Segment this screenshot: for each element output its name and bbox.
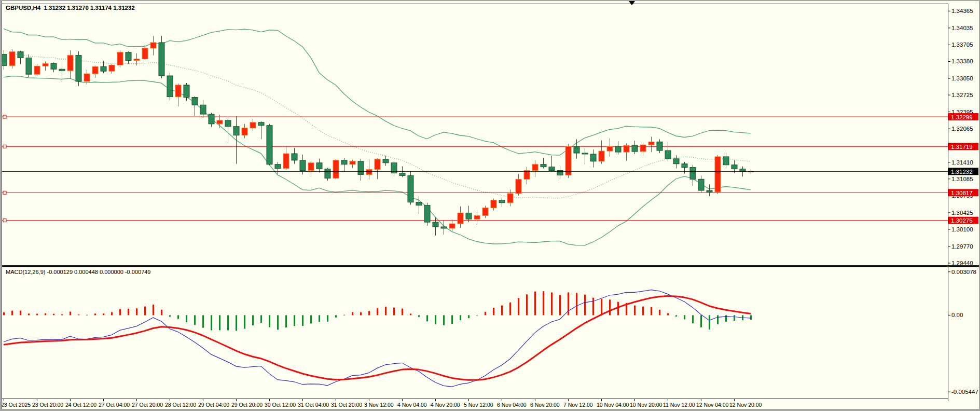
candle-body: [532, 165, 538, 171]
macd-histogram-bar: [377, 308, 378, 316]
time-tick-label: 7 Nov 12:00: [563, 402, 593, 408]
candle-body: [242, 128, 247, 135]
time-tick-label: 24 Oct 12:00: [65, 402, 96, 408]
candle-body: [507, 194, 513, 203]
candle-body: [582, 153, 588, 154]
macd-histogram-bar: [202, 315, 204, 327]
macd-histogram-bar: [451, 315, 453, 324]
chart-background: [0, 0, 980, 411]
macd-histogram-bar: [634, 306, 636, 316]
macd-histogram-bar: [360, 312, 362, 316]
panel-separator-bottom[interactable]: [0, 266, 980, 267]
macd-histogram-bar: [659, 310, 660, 316]
candle-body: [408, 175, 413, 202]
level-line-handle[interactable]: [3, 191, 6, 194]
macd-histogram-bar: [36, 314, 38, 316]
macd-histogram-bar: [460, 315, 461, 320]
candle-body: [458, 213, 463, 224]
macd-histogram-bar: [368, 311, 370, 315]
candle-body: [209, 114, 214, 124]
candle-body: [184, 85, 189, 98]
time-tick-label: 23 Oct 2025: [1, 402, 31, 408]
level-line-handle[interactable]: [3, 115, 6, 118]
macd-histogram-bar: [128, 309, 129, 316]
macd-histogram-bar: [592, 298, 594, 316]
macd-histogram-bar: [211, 315, 212, 330]
time-tick-label: 5 Nov 12:00: [464, 402, 493, 408]
candle-body: [657, 142, 662, 150]
macd-histogram-bar: [11, 311, 13, 316]
candle-body: [574, 146, 579, 153]
macd-histogram-bar: [78, 314, 79, 315]
candle-body: [599, 151, 604, 161]
candle-body: [648, 142, 654, 145]
candle-body: [150, 43, 156, 48]
candle-body: [217, 120, 223, 124]
candle-body: [258, 122, 264, 126]
macd-histogram-bar: [385, 307, 387, 315]
candle-body: [292, 154, 297, 160]
candle-body: [466, 213, 472, 219]
price-chart[interactable]: 1.343651.340351.337051.333801.330501.327…: [0, 0, 980, 411]
macd-histogram-bar: [277, 315, 279, 330]
level-line-handle[interactable]: [3, 145, 6, 148]
candle-body: [225, 120, 231, 127]
macd-histogram-bar: [418, 315, 420, 317]
panel-separator-top[interactable]: [0, 265, 980, 266]
time-tick-label: 23 Oct 20:00: [32, 402, 63, 408]
candle-body: [59, 69, 65, 71]
macd-histogram-bar: [45, 313, 46, 316]
candle-body: [632, 145, 638, 152]
candle-body: [690, 168, 696, 180]
macd-histogram-bar: [161, 310, 162, 316]
candle-body: [474, 215, 480, 219]
candle-body: [499, 200, 505, 203]
macd-histogram-bar: [617, 302, 619, 315]
macd-histogram-bar: [260, 315, 262, 323]
chart-title: GBPUSD,H4 1.31232 1.31270 1.31174 1.3123…: [6, 5, 135, 11]
macd-histogram-bar: [493, 308, 494, 315]
candle-body: [117, 52, 123, 65]
macd-histogram-bar: [485, 312, 486, 316]
macd-tick-label: -0.005447: [951, 389, 978, 395]
macd-histogram-bar: [61, 314, 63, 316]
candle-body: [590, 154, 596, 161]
macd-histogram-bar: [294, 315, 295, 326]
candle-body: [682, 164, 687, 168]
time-tick-label: 12 Nov 04:00: [696, 402, 729, 408]
candle-body: [565, 146, 571, 175]
candle-body: [516, 179, 521, 194]
macd-histogram-bar: [236, 315, 237, 331]
candle-body: [698, 179, 704, 190]
candle-body: [167, 76, 173, 97]
candle-body: [34, 66, 40, 74]
candle-body: [316, 163, 322, 169]
macd-histogram-bar: [252, 315, 254, 325]
current-price-label: 1.31232: [951, 169, 973, 175]
candle-body: [76, 56, 81, 81]
time-tick-label: 27 Oct 04:00: [99, 402, 130, 408]
candle-body: [383, 159, 389, 163]
macd-histogram-bar: [443, 315, 445, 325]
macd-histogram-bar: [435, 315, 436, 324]
level-line-handle[interactable]: [3, 219, 6, 222]
macd-histogram-bar: [136, 308, 137, 315]
macd-histogram-bar: [28, 313, 30, 315]
macd-histogram-bar: [94, 313, 96, 315]
candle-body: [159, 43, 164, 76]
macd-histogram-bar: [244, 315, 245, 328]
macd-histogram-bar: [410, 313, 411, 315]
macd-histogram-bar: [20, 311, 21, 316]
macd-histogram-bar: [111, 312, 113, 316]
candle-body: [449, 224, 455, 228]
window-top-edge: [0, 0, 980, 1]
time-tick-label: 31 Oct 04:00: [298, 402, 329, 408]
price-tick-label: 1.32065: [951, 126, 973, 132]
macd-tick-label: 0.003078: [951, 269, 976, 275]
candle-body: [325, 169, 330, 179]
candle-body: [43, 63, 48, 66]
price-tick-label: 1.32725: [951, 92, 973, 98]
macd-histogram-bar: [501, 306, 503, 316]
time-tick-label: 6 Nov 04:00: [497, 402, 527, 408]
macd-histogram-bar: [227, 315, 229, 330]
